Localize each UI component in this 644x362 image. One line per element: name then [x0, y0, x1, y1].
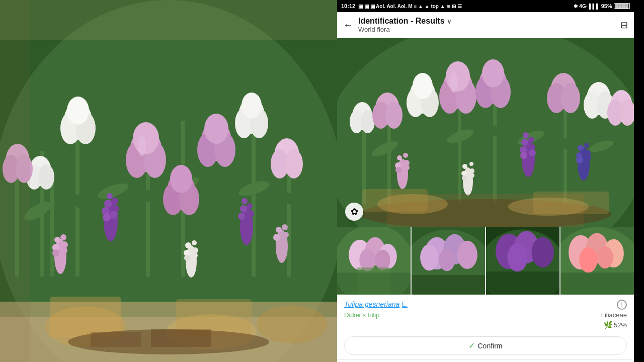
back-button[interactable]: ←: [343, 19, 353, 31]
plant-scientific-name[interactable]: Tulipa gesneriana: [344, 300, 399, 308]
svg-point-31: [242, 93, 262, 119]
nav-title-arrow[interactable]: ∨: [447, 18, 452, 25]
status-icons: ▣ ▣ ▣ Aol. Aol. Aol. M ≡ ▲ ▲ top ▲ ≋ ⊞ ☰: [358, 4, 462, 9]
svg-point-164: [404, 164, 410, 170]
leaf-icon: 🌿: [604, 321, 612, 329]
svg-point-78: [276, 227, 282, 233]
thumbnail-4[interactable]: [560, 227, 634, 295]
nav-menu-button[interactable]: |||: [531, 359, 551, 362]
svg-rect-102: [493, 94, 497, 204]
svg-point-65: [240, 205, 247, 212]
svg-rect-95: [0, 0, 337, 40]
svg-point-53: [285, 149, 303, 178]
svg-point-193: [439, 249, 455, 271]
svg-rect-201: [486, 272, 559, 294]
svg-point-146: [521, 139, 528, 146]
svg-rect-176: [362, 189, 428, 212]
nav-twitter-button[interactable]: [494, 359, 514, 362]
svg-point-63: [238, 213, 245, 220]
confirm-label: Confirm: [477, 342, 502, 350]
svg-point-166: [461, 171, 466, 176]
status-time: 10:12: [341, 3, 355, 9]
svg-rect-94: [151, 329, 211, 347]
svg-point-86: [192, 252, 198, 258]
battery-text: 95%: [601, 3, 612, 9]
network-icon: 4G·: [579, 4, 587, 9]
svg-point-66: [247, 203, 253, 209]
svg-point-39: [138, 136, 146, 156]
svg-point-84: [192, 240, 197, 245]
info-icon-button[interactable]: i: [617, 300, 627, 310]
svg-rect-177: [533, 192, 609, 214]
svg-point-155: [584, 143, 589, 148]
plant-score: 52%: [614, 321, 627, 329]
svg-rect-209: [560, 273, 634, 294]
svg-rect-96: [0, 0, 30, 362]
svg-point-58: [111, 198, 118, 205]
svg-point-207: [579, 247, 597, 273]
svg-point-59: [107, 193, 113, 199]
svg-point-118: [413, 73, 433, 99]
svg-rect-10: [252, 126, 256, 277]
svg-point-154: [578, 145, 584, 151]
svg-point-192: [420, 244, 438, 270]
svg-point-161: [397, 155, 402, 160]
svg-rect-194: [412, 275, 485, 294]
filter-button[interactable]: ⊟: [620, 20, 628, 31]
svg-point-184: [375, 250, 390, 270]
svg-rect-101: [458, 99, 461, 204]
svg-point-136: [561, 83, 580, 113]
svg-point-79: [282, 224, 288, 230]
thumbnail-2[interactable]: [412, 227, 485, 295]
left-flower-panel: [0, 0, 337, 362]
nav-green-button[interactable]: [457, 359, 477, 362]
svg-point-133: [482, 59, 504, 87]
svg-point-74: [60, 247, 67, 254]
svg-point-157: [584, 154, 591, 161]
svg-point-128: [446, 61, 470, 92]
thumbnails-row: [337, 227, 634, 295]
svg-point-156: [576, 156, 583, 163]
right-phone-panel: 10:12 ▣ ▣ ▣ Aol. Aol. Aol. M ≡ ▲ ▲ top ▲…: [337, 0, 634, 362]
confirm-button[interactable]: ✓ Confirm: [344, 336, 627, 355]
plant-info: Tulipa gesneriana L. i Didier's tulip Li…: [337, 295, 634, 333]
svg-point-129: [450, 72, 458, 93]
svg-point-170: [462, 175, 467, 180]
nav-title: Identification - Results ∨: [358, 17, 620, 26]
svg-point-200: [507, 243, 527, 272]
svg-rect-107: [619, 119, 622, 204]
svg-point-34: [38, 164, 54, 190]
status-right: ✱ 4G· ▌▌▌ 95% ▓▓▓▓: [574, 3, 630, 9]
thumbnail-1[interactable]: [337, 227, 411, 295]
plant-name-row: Tulipa gesneriana L. i: [344, 300, 627, 310]
svg-rect-105: [599, 114, 602, 204]
svg-rect-14: [50, 176, 54, 277]
svg-point-27: [67, 97, 89, 125]
svg-rect-90: [50, 297, 121, 337]
svg-point-60: [103, 213, 111, 221]
confirm-tick: ✓: [468, 341, 475, 350]
svg-rect-186: [337, 273, 411, 294]
nav-chat-button[interactable]: [383, 359, 403, 362]
nav-camera-button[interactable]: [420, 359, 440, 362]
nav-title-block: Identification - Results ∨ World flora: [358, 17, 620, 33]
svg-point-167: [469, 168, 474, 173]
plant-common-name: Didier's tulip: [344, 311, 379, 319]
nav-grid-button[interactable]: ⠿: [346, 359, 366, 362]
bluetooth-icon: ✱: [574, 4, 578, 9]
svg-point-162: [403, 153, 408, 158]
svg-point-139: [385, 102, 403, 129]
svg-point-83: [185, 242, 191, 248]
battery-icon: ▓▓▓▓: [614, 3, 630, 9]
svg-point-50: [170, 165, 192, 193]
nav-home-button[interactable]: ○: [568, 359, 588, 362]
svg-point-67: [242, 198, 248, 204]
svg-point-85: [184, 255, 190, 261]
plant-score-row: 🌿 52%: [344, 321, 627, 329]
nav-back-button[interactable]: □: [605, 359, 625, 362]
nav-bar: ← Identification - Results ∨ World flora…: [337, 12, 634, 38]
svg-point-163: [395, 167, 401, 173]
thumbnail-3[interactable]: [486, 227, 559, 295]
plant-author: L.: [402, 300, 408, 308]
svg-point-149: [520, 152, 527, 159]
